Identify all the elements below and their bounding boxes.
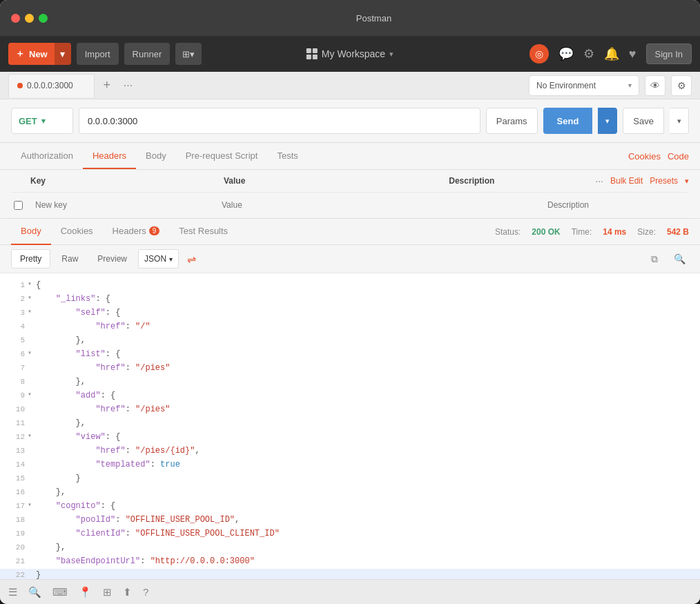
minimize-button[interactable]	[25, 14, 34, 23]
new-button[interactable]: ＋ New ▾	[8, 43, 71, 65]
desc-input[interactable]	[543, 195, 683, 215]
tab-headers[interactable]: Headers	[83, 143, 136, 169]
chat-icon[interactable]: 💬	[558, 46, 574, 61]
save-button[interactable]: Save	[623, 108, 664, 134]
tab-tests[interactable]: Tests	[267, 143, 307, 169]
req-tab-actions: Cookies Code	[628, 151, 689, 162]
tab-more-button[interactable]: ···	[119, 79, 137, 92]
bell-icon[interactable]: 🔔	[604, 46, 619, 61]
new-dropdown-arrow[interactable]: ▾	[55, 43, 71, 65]
col-key-header: Key	[25, 176, 218, 186]
code-line-10: 10 "href": "/pies"	[0, 403, 700, 417]
help-icon[interactable]: ?	[143, 586, 148, 598]
grid-icon[interactable]: ⊞	[103, 586, 112, 598]
tab-add-button[interactable]: +	[97, 76, 117, 95]
send-button[interactable]: Send	[543, 108, 593, 134]
request-area: GET ▾ Params Send ▾ Save ▾	[0, 99, 700, 143]
maximize-button[interactable]	[39, 14, 48, 23]
save-dropdown[interactable]: ▾	[670, 108, 689, 134]
time-value: 14 ms	[603, 227, 626, 237]
status-value: 200 OK	[532, 227, 560, 237]
format-preview[interactable]: Preview	[89, 249, 135, 269]
bottom-right-icons: 📍 ⊞ ⬆ ?	[79, 586, 148, 598]
url-input[interactable]	[79, 108, 480, 134]
format-bar: Pretty Raw Preview JSON ▾ ⇌ ⧉ 🔍	[0, 245, 700, 273]
format-pretty[interactable]: Pretty	[11, 249, 50, 269]
env-dropdown[interactable]: No Environment ▾	[529, 75, 639, 96]
code-line-20: 20 },	[0, 541, 700, 555]
format-select[interactable]: JSON ▾	[138, 249, 179, 269]
method-selector[interactable]: GET ▾	[11, 108, 73, 134]
code-line-6: 6 ▾ "list": {	[0, 348, 700, 362]
tab-pre-request[interactable]: Pre-request Script	[176, 143, 268, 169]
tab-item[interactable]: 0.0.0.0:3000	[8, 74, 95, 97]
new-header-row	[11, 193, 689, 218]
tab-authorization[interactable]: Authorization	[11, 143, 83, 169]
tab-bar: 0.0.0.0:3000 + ··· No Environment ▾ 👁 ⚙	[0, 72, 700, 99]
code-line-15: 15 }	[0, 472, 700, 486]
env-gear-button[interactable]: ⚙	[671, 75, 692, 96]
response-tabs: Body Cookies Headers 9 Test Results Stat…	[0, 219, 700, 245]
share-icon[interactable]: ⬆	[123, 586, 132, 598]
tab-body[interactable]: Body	[136, 143, 176, 169]
code-link[interactable]: Code	[668, 151, 689, 162]
wrap-icon[interactable]: ⇌	[182, 249, 201, 269]
row-checkbox[interactable]	[11, 201, 25, 210]
status-label: Status:	[495, 227, 521, 237]
send-dropdown[interactable]: ▾	[598, 108, 617, 134]
resp-tab-cookies[interactable]: Cookies	[51, 219, 103, 245]
presets-arrow[interactable]: ▾	[685, 177, 689, 186]
code-line-14: 14 "templated": true	[0, 458, 700, 472]
main-window: Postman ＋ New ▾ Import Runner ⊞▾ My Work…	[0, 0, 700, 604]
cookies-link[interactable]: Cookies	[628, 151, 661, 162]
env-selector: No Environment ▾ 👁 ⚙	[529, 75, 692, 96]
main-content: 0.0.0.0:3000 + ··· No Environment ▾ 👁 ⚙ …	[0, 72, 700, 579]
import-button[interactable]: Import	[77, 43, 119, 65]
params-button[interactable]: Params	[486, 108, 538, 134]
workspace-selector[interactable]: My Workspace ▾	[307, 48, 393, 59]
code-line-1: 1 ▾ {	[0, 279, 700, 293]
layout-button[interactable]: ⊞▾	[175, 43, 202, 65]
row-value-input	[211, 195, 537, 215]
close-button[interactable]	[11, 14, 20, 23]
bulk-edit-button[interactable]: Bulk Edit	[610, 176, 643, 186]
location-icon[interactable]: 📍	[79, 586, 92, 598]
col-actions: ··· Bulk Edit Presets ▾	[595, 175, 689, 186]
workspace-arrow: ▾	[389, 50, 393, 59]
presets-button[interactable]: Presets	[650, 176, 678, 186]
settings-icon[interactable]: ⚙	[583, 46, 594, 61]
resp-tab-headers[interactable]: Headers 9	[103, 219, 170, 245]
code-line-3: 3 ▾ "self": {	[0, 306, 700, 320]
more-options-icon[interactable]: ···	[595, 175, 603, 186]
env-eye-button[interactable]: 👁	[645, 75, 665, 96]
format-raw[interactable]: Raw	[53, 249, 86, 269]
time-label: Time:	[572, 227, 592, 237]
copy-icon[interactable]: ⧉	[645, 249, 664, 269]
code-line-17: 17 ▾ "cognito": {	[0, 500, 700, 514]
value-input[interactable]	[217, 195, 532, 215]
resp-status: Status: 200 OK Time: 14 ms Size: 542 B	[495, 227, 689, 237]
search-icon[interactable]: 🔍	[670, 249, 689, 269]
key-input[interactable]	[30, 195, 206, 215]
sidebar-toggle-icon[interactable]: ☰	[8, 586, 17, 598]
code-line-11: 11 },	[0, 417, 700, 431]
code-line-21: 21 "baseEndpointUrl": "http://0.0.0.0:30…	[0, 555, 700, 569]
code-line-18: 18 "poolId": "OFFLINE_USER_POOL_ID",	[0, 514, 700, 527]
env-arrow: ▾	[628, 81, 632, 89]
header-checkbox[interactable]	[14, 201, 23, 210]
sign-in-button[interactable]: Sign In	[646, 43, 692, 64]
heart-icon[interactable]: ♥	[629, 47, 636, 61]
size-label: Size:	[637, 227, 656, 237]
workspace-label: My Workspace	[322, 48, 385, 59]
toolbar-icons: ◎ 💬 ⚙ 🔔 ♥ Sign In	[529, 43, 692, 64]
row-key-input	[25, 195, 211, 215]
keyboard-icon[interactable]: ⌨	[52, 586, 68, 598]
resp-tab-body[interactable]: Body	[11, 219, 51, 245]
radar-icon[interactable]: ◎	[529, 44, 549, 64]
code-view[interactable]: 1 ▾ { 2 ▾ "_links": { 3 ▾ "self": { 4	[0, 273, 700, 579]
headers-toolbar: Key Value Description ··· Bulk Edit Pres…	[11, 170, 689, 193]
resp-tab-test-results[interactable]: Test Results	[169, 219, 237, 245]
runner-button[interactable]: Runner	[124, 43, 171, 65]
find-icon[interactable]: 🔍	[28, 586, 41, 598]
row-desc-input	[537, 195, 689, 215]
